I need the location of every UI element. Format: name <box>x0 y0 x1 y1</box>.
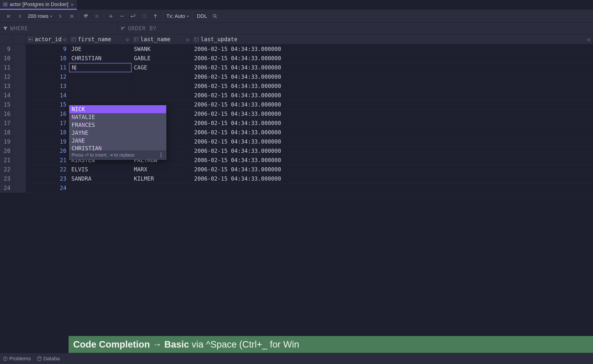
autocomplete-item[interactable]: FRANCES <box>69 121 166 129</box>
cell-first-name[interactable] <box>69 72 131 82</box>
cell-last-update[interactable]: 2006-02-15 04:34:33.000000 <box>192 54 593 63</box>
editor-tab[interactable]: actor [Postgres in Docker] × <box>0 0 77 10</box>
cell-actor-id[interactable]: 10 <box>26 54 69 63</box>
tx-mode-selector[interactable]: Tx: Auto <box>166 13 189 19</box>
cell-first-name[interactable]: CHRISTIAN <box>69 54 131 63</box>
cell-last-update[interactable]: 2006-02-15 04:34:33.000000 <box>192 45 593 54</box>
cell-last-update[interactable]: 2006-02-15 04:34:33.000000 <box>192 72 593 82</box>
column-rownum[interactable] <box>0 34 13 44</box>
cell-last-update[interactable]: 2006-02-15 04:34:33.000000 <box>192 156 593 165</box>
table-row[interactable]: 14142006-02-15 04:34:33.000000 <box>0 91 593 100</box>
status-database[interactable]: Databa <box>37 356 60 362</box>
table-row[interactable]: 2222ELVISMARX2006-02-15 04:34:33.000000 <box>0 165 593 174</box>
last-page-icon[interactable] <box>68 13 75 20</box>
close-icon[interactable]: × <box>71 2 74 7</box>
cell-last-name[interactable]: KILMER <box>131 174 192 183</box>
autocomplete-item[interactable]: CHRISTIAN <box>69 145 166 150</box>
row-number[interactable]: 18 <box>0 128 13 137</box>
cell-last-name[interactable] <box>131 82 192 91</box>
cell-actor-id[interactable]: 24 <box>26 183 69 193</box>
more-icon[interactable]: ⋮ <box>158 152 164 158</box>
row-number[interactable]: 12 <box>0 72 13 82</box>
autocomplete-item[interactable]: JAYNE <box>69 129 166 137</box>
first-page-icon[interactable] <box>6 13 12 20</box>
revert-icon[interactable] <box>130 13 137 20</box>
cell-last-name[interactable] <box>131 183 192 193</box>
row-number[interactable]: 13 <box>0 82 13 91</box>
cell-last-update[interactable]: 2006-02-15 04:34:33.000000 <box>192 165 593 174</box>
search-icon[interactable] <box>212 13 218 20</box>
sort-icon[interactable]: ◇ <box>126 36 129 43</box>
cell-last-update[interactable]: 2006-02-15 04:34:33.000000 <box>192 91 593 100</box>
cell-last-update[interactable]: 2006-02-15 04:34:33.000000 <box>192 63 593 72</box>
column-actor-id[interactable]: actor_id ◇ <box>26 34 69 44</box>
cell-last-update[interactable]: 2006-02-15 04:34:33.000000 <box>192 118 593 128</box>
cell-actor-id[interactable]: 17 <box>26 118 69 128</box>
row-number[interactable]: 23 <box>0 174 13 183</box>
row-number[interactable]: 14 <box>0 91 13 100</box>
prev-page-icon[interactable] <box>17 13 23 20</box>
row-number[interactable]: 21 <box>0 156 13 165</box>
table-row[interactable]: 2323SANDRAKILMER2006-02-15 04:34:33.0000… <box>0 174 593 183</box>
cell-first-name[interactable]: SANDRA <box>69 174 131 183</box>
column-first-name[interactable]: first_name ◇ <box>69 34 131 44</box>
cell-last-update[interactable]: 2006-02-15 04:34:33.000000 <box>192 174 593 183</box>
row-number[interactable]: 17 <box>0 118 13 128</box>
table-row[interactable]: 1010CHRISTIANGABLE2006-02-15 04:34:33.00… <box>0 54 593 63</box>
cell-first-name[interactable]: ELVIS <box>69 165 131 174</box>
cell-last-name[interactable]: CAGE <box>131 63 192 72</box>
table-row[interactable]: 1111NCAGE2006-02-15 04:34:33.000000 <box>0 63 593 72</box>
autocomplete-item[interactable]: NICK <box>69 105 166 113</box>
cell-actor-id[interactable]: 19 <box>26 137 69 146</box>
cell-last-update[interactable] <box>192 183 593 193</box>
cell-actor-id[interactable]: 14 <box>26 91 69 100</box>
sort-icon[interactable]: ◇ <box>587 36 590 43</box>
cell-actor-id[interactable]: 22 <box>26 165 69 174</box>
cell-last-update[interactable]: 2006-02-15 04:34:33.000000 <box>192 100 593 109</box>
cell-last-name[interactable] <box>131 72 192 82</box>
rows-selector[interactable]: 200 rows <box>28 13 52 19</box>
row-number[interactable]: 22 <box>0 165 13 174</box>
add-row-icon[interactable] <box>108 13 114 20</box>
table-row[interactable]: 12122006-02-15 04:34:33.000000 <box>0 72 593 82</box>
cell-first-name[interactable] <box>69 82 131 91</box>
cell-last-update[interactable]: 2006-02-15 04:34:33.000000 <box>192 109 593 118</box>
row-number[interactable]: 11 <box>0 63 13 72</box>
cell-last-name[interactable]: MARX <box>131 165 192 174</box>
row-number[interactable]: 24 <box>0 183 13 193</box>
cell-first-name[interactable] <box>69 183 131 193</box>
ddl-button[interactable]: DDL <box>197 13 207 19</box>
cell-last-name[interactable]: GABLE <box>131 54 192 63</box>
sort-icon[interactable]: ◇ <box>63 36 66 43</box>
where-filter[interactable]: WHERE <box>0 23 118 34</box>
orderby-filter[interactable]: ORDER BY <box>118 23 159 34</box>
autocomplete-item[interactable]: JANE <box>69 137 166 145</box>
cell-first-name[interactable] <box>69 91 131 100</box>
cell-last-update[interactable]: 2006-02-15 04:34:33.000000 <box>192 82 593 91</box>
submit-icon[interactable] <box>152 13 159 20</box>
row-number[interactable]: 15 <box>0 100 13 109</box>
cell-actor-id[interactable]: 16 <box>26 109 69 118</box>
refresh-icon[interactable] <box>83 13 89 20</box>
cell-first-name[interactable]: JOE <box>69 45 131 54</box>
cell-actor-id[interactable]: 15 <box>26 100 69 109</box>
row-number[interactable]: 9 <box>0 45 13 54</box>
row-number[interactable]: 20 <box>0 146 13 156</box>
cell-last-update[interactable]: 2006-02-15 04:34:33.000000 <box>192 146 593 156</box>
next-page-icon[interactable] <box>57 13 64 20</box>
column-last-name[interactable]: last_name ◇ <box>131 34 192 44</box>
cell-actor-id[interactable]: 21 <box>26 156 69 165</box>
row-number[interactable]: 10 <box>0 54 13 63</box>
table-row[interactable]: 99JOESWANK2006-02-15 04:34:33.000000 <box>0 45 593 54</box>
row-number[interactable]: 16 <box>0 109 13 118</box>
column-last-update[interactable]: last_update ◇ <box>192 34 593 44</box>
cell-last-name[interactable]: SWANK <box>131 45 192 54</box>
table-row[interactable]: 13132006-02-15 04:34:33.000000 <box>0 82 593 91</box>
autocomplete-item[interactable]: NATALIE <box>69 113 166 121</box>
sort-icon[interactable]: ◇ <box>186 36 189 43</box>
cell-last-name[interactable] <box>131 91 192 100</box>
cell-actor-id[interactable]: 9 <box>26 45 69 54</box>
remove-row-icon[interactable] <box>119 13 125 20</box>
cell-last-update[interactable]: 2006-02-15 04:34:33.000000 <box>192 137 593 146</box>
cell-actor-id[interactable]: 11 <box>26 63 69 72</box>
